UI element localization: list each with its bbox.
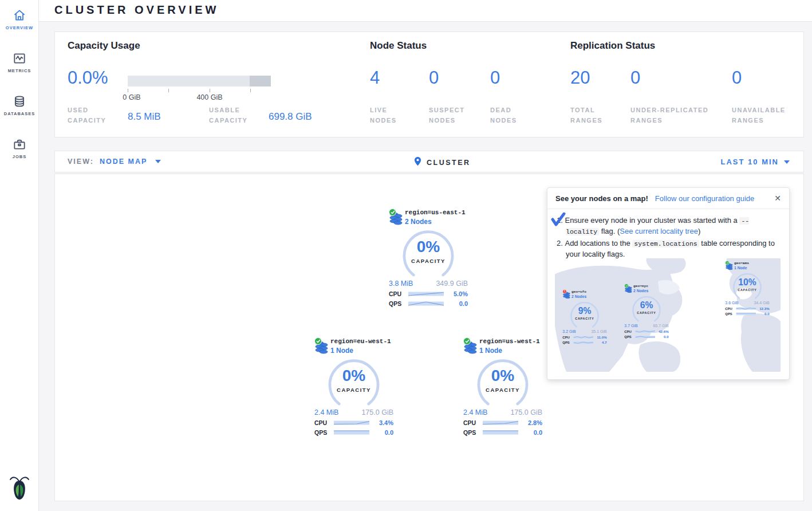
tooltip-step-2: 2. Add locations to the system.locations… [557, 238, 781, 260]
suspect-nodes-value: 0 [429, 69, 439, 87]
example-node-geo-ams: geo=ams 1 Node 10% CAPACITY 3.6 GiB 34.4… [723, 260, 771, 316]
cpu-sparkline [483, 419, 518, 426]
example-map-image: ! geo=sfo 2 Nodes 9% CAPACITY 3.2 GiB 35… [555, 258, 781, 372]
view-label: VIEW: [68, 158, 94, 166]
database-stack-icon: ! [562, 290, 570, 300]
breadcrumb-cluster[interactable]: CLUSTER [427, 159, 471, 167]
replication-status-title: Replication Status [570, 40, 655, 52]
qps-label: QPS [314, 429, 334, 436]
map-node-us-west-1: region=us-west-1 1 Node 0% CAPACITY 2.4 … [460, 335, 546, 436]
time-range-value: LAST 10 MIN [721, 158, 779, 166]
qps-value: 0.0 [534, 429, 542, 436]
dead-nodes-value: 0 [490, 69, 500, 87]
database-stack-icon [314, 339, 329, 356]
node-count-link[interactable]: 2 Nodes [405, 218, 432, 226]
capacity-gauge: 0% CAPACITY [385, 229, 471, 278]
node-count-link[interactable]: 1 Node [479, 347, 502, 355]
under-replicated-label: UNDER-REPLICATEDRANGES [630, 105, 708, 125]
capacity-percent: 0.0% [68, 69, 108, 87]
cockroachdb-logo [7, 474, 31, 503]
node-region-label: geo=nyc [633, 282, 671, 288]
node-used-capacity: 2.4 MiB [463, 408, 487, 416]
chevron-down-icon [784, 160, 790, 164]
capacity-gauge: 0% CAPACITY [460, 358, 546, 407]
view-selector[interactable]: VIEW: NODE MAP [68, 158, 161, 166]
node-map-setup-tooltip: See your nodes on a map! Follow our conf… [547, 187, 790, 380]
live-nodes-label: LIVENODES [370, 105, 397, 125]
cpu-metric-row: CPU 2.8% [460, 419, 546, 426]
cpu-metric-row: CPU 5.0% [385, 290, 471, 297]
cpu-value: 3.4% [379, 419, 393, 426]
code-system-locations: system.locations [632, 240, 699, 247]
node-used-capacity: 2.4 MiB [314, 408, 338, 416]
sidebar-item-metrics[interactable]: METRICS [0, 43, 39, 73]
qps-metric-row: QPS 0.0 [385, 300, 471, 307]
node-used-capacity: 3.8 MiB [389, 280, 413, 288]
node-total-capacity: 175.0 GiB [361, 408, 393, 416]
close-icon[interactable]: ✕ [774, 194, 781, 203]
capacity-tick-400: 400 GiB [196, 93, 222, 101]
used-capacity-value: 8.5 MiB [128, 111, 161, 123]
dead-nodes-label: DEADNODES [490, 105, 517, 125]
capacity-bar-reserved-segment [250, 76, 271, 87]
node-region-label: geo=ams [734, 260, 771, 265]
map-node-us-east-1: region=us-east-1 2 Nodes 0% CAPACITY 3.8… [385, 206, 471, 307]
capacity-tick-0: 0 GiB [123, 93, 140, 101]
cpu-label: CPU [314, 419, 334, 426]
cpu-sparkline [334, 419, 369, 426]
live-nodes-value: 4 [370, 69, 380, 87]
node-count-link[interactable]: 1 Node [330, 347, 353, 355]
node-region-label: region=us-west-1 [479, 335, 546, 345]
qps-metric-row: QPS 0.0 [460, 429, 546, 436]
configuration-guide-link[interactable]: Follow our configuration guide [655, 194, 754, 203]
cpu-sparkline [408, 290, 444, 297]
example-node-geo-sfo: ! geo=sfo 2 Nodes 9% CAPACITY 3.2 GiB 35… [561, 288, 609, 345]
breadcrumb: CLUSTER [414, 156, 471, 168]
databases-icon [0, 94, 39, 109]
capacity-gauge-percent: 0% [460, 368, 546, 384]
unavailable-ranges-label: UNAVAILABLERANGES [732, 105, 786, 125]
node-region-label: geo=sfo [571, 288, 609, 294]
node-count-link: 2 Nodes [571, 294, 586, 299]
node-healthy-icon [725, 261, 729, 265]
capacity-gauge-percent: 0% [385, 239, 471, 255]
node-healthy-icon [624, 284, 628, 288]
time-range-selector[interactable]: LAST 10 MIN [721, 158, 790, 166]
cpu-value: 5.0% [454, 290, 468, 297]
locality-tree-link[interactable]: See current locality tree [620, 227, 698, 235]
node-warning-icon: ! [562, 289, 566, 293]
sidebar-item-databases[interactable]: DATABASES [0, 86, 39, 116]
capacity-gauge: 0% CAPACITY [311, 358, 397, 407]
jobs-icon [0, 137, 39, 152]
total-ranges-value: 20 [570, 69, 590, 87]
qps-sparkline [483, 429, 518, 436]
qps-label: QPS [463, 429, 483, 436]
tooltip-title: See your nodes on a map! [555, 194, 648, 203]
map-pin-icon [414, 156, 421, 168]
view-toolbar: VIEW: NODE MAP CLUSTER LAST 10 MIN [54, 151, 804, 172]
total-ranges-label: TOTALRANGES [570, 105, 602, 125]
node-region-label: region=eu-west-1 [330, 335, 397, 345]
sidebar-item-overview[interactable]: OVERVIEW [0, 0, 39, 30]
sidebar: OVERVIEW METRICS DATABASES JOBS [0, 0, 39, 511]
used-capacity-label: USED CAPACITY [68, 105, 106, 125]
tooltip-header: See your nodes on a map! Follow our conf… [547, 188, 789, 209]
node-count-link: 1 Node [734, 266, 747, 270]
node-count-link: 2 Nodes [633, 289, 648, 293]
usable-capacity-label: USABLE CAPACITY [209, 105, 247, 125]
sidebar-item-label: JOBS [0, 154, 39, 159]
view-value[interactable]: NODE MAP [100, 158, 147, 166]
database-stack-icon [389, 210, 403, 227]
database-stack-icon [463, 339, 478, 356]
cpu-value: 2.8% [528, 419, 542, 426]
sidebar-item-jobs[interactable]: JOBS [0, 129, 39, 159]
suspect-nodes-label: SUSPECTNODES [429, 105, 464, 125]
tooltip-steps: 1. Ensure every node in your cluster was… [547, 209, 789, 260]
unavailable-ranges-value: 0 [732, 69, 742, 87]
qps-label: QPS [389, 300, 408, 307]
example-node-geo-nyc: geo=nyc 2 Nodes 6% CAPACITY 3.7 GiB 65.7… [622, 282, 671, 339]
database-stack-icon [624, 284, 632, 294]
node-status-title: Node Status [370, 40, 427, 52]
capacity-gauge-percent: 0% [311, 368, 397, 384]
sidebar-item-label: METRICS [0, 68, 39, 73]
